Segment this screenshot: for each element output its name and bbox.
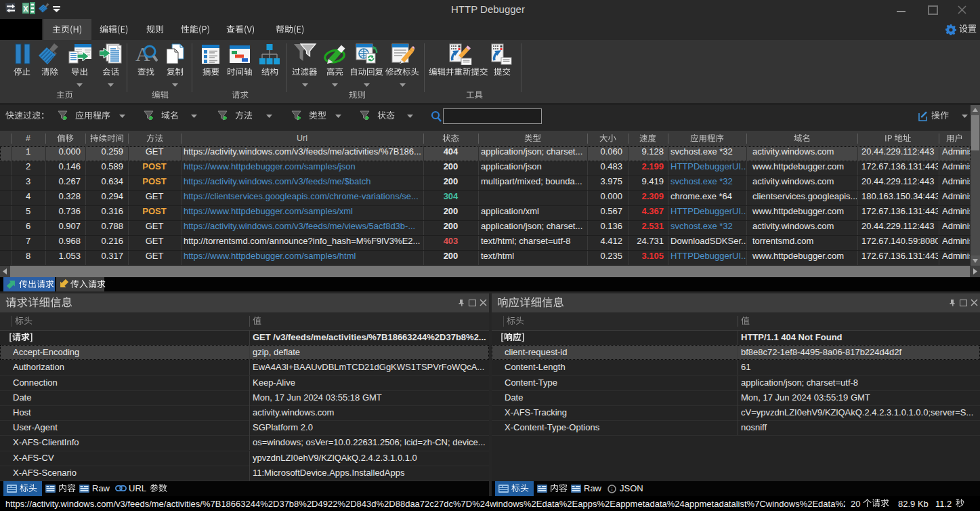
svg-text:X: X: [23, 5, 28, 13]
svg-text:i: i: [611, 486, 613, 493]
